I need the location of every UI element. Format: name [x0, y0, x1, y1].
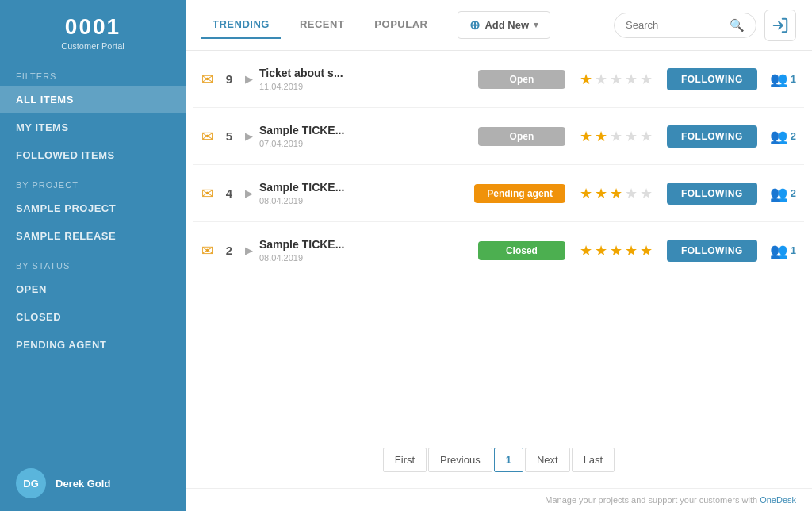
sidebar-logo: 0001 Customer Portal	[0, 0, 186, 59]
logo-number: 0001	[16, 14, 170, 40]
ticket-title: Sample TICKE...	[259, 181, 386, 194]
star-filled-icon[interactable]: ★	[595, 242, 607, 259]
ticket-expand-arrow[interactable]: ▶	[245, 244, 253, 256]
ticket-stars: ★★★★★	[580, 185, 653, 202]
pagination-btn-first[interactable]: First	[383, 448, 427, 472]
followers-count: 1	[791, 73, 796, 85]
sidebar-item-closed[interactable]: CLOSED	[0, 303, 186, 331]
ticket-expand-arrow[interactable]: ▶	[245, 73, 253, 85]
search-icon: 🔍	[730, 18, 745, 33]
sidebar: 0001 Customer Portal Filters ALL ITEMS M…	[0, 0, 186, 511]
star-filled-icon[interactable]: ★	[610, 185, 622, 202]
ticket-date: 08.04.2019	[259, 253, 386, 263]
ticket-tag-icon: ✉	[201, 242, 213, 259]
ticket-date: 11.04.2019	[259, 82, 386, 91]
following-button[interactable]: FOLLOWING	[667, 68, 757, 90]
by-project-label: By project	[0, 169, 186, 194]
ticket-info: Sample TICKE...08.04.2019	[259, 238, 386, 263]
sidebar-item-followed-items[interactable]: FOLLOWED ITEMS	[0, 141, 186, 169]
star-filled-icon[interactable]: ★	[580, 242, 592, 259]
followers-icon: 👥	[770, 185, 787, 202]
main-footer: Manage your projects and support your cu…	[186, 488, 812, 511]
avatar: DG	[16, 468, 46, 498]
search-input[interactable]	[626, 19, 723, 31]
pagination-btn-last[interactable]: Last	[572, 448, 615, 472]
ticket-date: 08.04.2019	[259, 196, 386, 206]
sidebar-item-sample-project[interactable]: SAMPLE PROJECT	[0, 194, 186, 222]
add-new-label: Add New	[485, 19, 529, 31]
ticket-stars: ★★★★★	[580, 128, 653, 145]
tab-popular[interactable]: POPULAR	[363, 12, 439, 39]
filters-label: Filters	[0, 59, 186, 86]
onedesk-link[interactable]: OneDesk	[760, 495, 796, 505]
tab-trending[interactable]: TRENDING	[201, 12, 281, 39]
login-button[interactable]	[764, 10, 796, 41]
ticket-followers: 👥1	[770, 71, 796, 88]
ticket-expand-arrow[interactable]: ▶	[245, 187, 253, 199]
plus-icon: ⊕	[469, 17, 480, 33]
following-button[interactable]: FOLLOWING	[667, 182, 757, 205]
sidebar-item-all-items[interactable]: ALL ITEMS	[0, 86, 186, 113]
following-button[interactable]: FOLLOWING	[667, 125, 757, 148]
star-filled-icon[interactable]: ★	[580, 185, 592, 202]
star-filled-icon[interactable]: ★	[610, 242, 622, 259]
star-empty-icon[interactable]: ★	[640, 71, 653, 88]
following-button[interactable]: FOLLOWING	[667, 240, 757, 262]
ticket-info: Sample TICKE...07.04.2019	[259, 124, 386, 148]
followers-icon: 👥	[770, 242, 787, 259]
followers-icon: 👥	[770, 128, 787, 145]
ticket-status-badge: Open	[478, 127, 565, 146]
star-filled-icon[interactable]: ★	[640, 242, 653, 259]
star-filled-icon[interactable]: ★	[580, 128, 592, 145]
star-empty-icon[interactable]: ★	[640, 185, 653, 202]
ticket-row[interactable]: ✉4▶Sample TICKE...08.04.2019Pending agen…	[193, 165, 804, 222]
main-panel: TRENDING RECENT POPULAR ⊕ Add New ▾ 🔍 ✉9…	[186, 0, 812, 511]
star-filled-icon[interactable]: ★	[595, 185, 607, 202]
star-empty-icon[interactable]: ★	[625, 185, 638, 202]
star-filled-icon[interactable]: ★	[580, 71, 592, 88]
ticket-info: Sample TICKE...08.04.2019	[259, 181, 386, 206]
ticket-followers: 👥2	[770, 128, 796, 145]
tab-recent[interactable]: RECENT	[289, 12, 355, 39]
ticket-status-badge: Open	[478, 70, 565, 89]
ticket-number: 9	[220, 72, 239, 86]
followers-count: 2	[791, 187, 796, 199]
ticket-status-badge: Pending agent	[474, 184, 565, 203]
ticket-stars: ★★★★★	[580, 71, 653, 88]
followers-count: 2	[791, 130, 796, 142]
sidebar-item-open[interactable]: OPEN	[0, 275, 186, 303]
star-empty-icon[interactable]: ★	[595, 71, 607, 88]
star-empty-icon[interactable]: ★	[625, 71, 638, 88]
pagination-btn-page-1[interactable]: 1	[494, 448, 523, 472]
chevron-down-icon: ▾	[534, 20, 538, 30]
sidebar-item-pending-agent[interactable]: PENDING AGENT	[0, 331, 186, 359]
sidebar-item-my-items[interactable]: MY ITEMS	[0, 113, 186, 141]
ticket-stars: ★★★★★	[580, 242, 653, 259]
ticket-followers: 👥1	[770, 242, 796, 259]
ticket-row[interactable]: ✉9▶Ticket about s...11.04.2019Open★★★★★F…	[193, 51, 804, 108]
pagination-btn-next[interactable]: Next	[525, 448, 570, 472]
ticket-list: ✉9▶Ticket about s...11.04.2019Open★★★★★F…	[186, 51, 812, 432]
logo-subtitle: Customer Portal	[16, 41, 170, 51]
ticket-expand-arrow[interactable]: ▶	[245, 130, 253, 142]
star-empty-icon[interactable]: ★	[625, 128, 638, 145]
ticket-status-badge: Closed	[478, 241, 565, 260]
star-filled-icon[interactable]: ★	[625, 242, 638, 259]
star-filled-icon[interactable]: ★	[595, 128, 607, 145]
ticket-title: Sample TICKE...	[259, 124, 386, 136]
sidebar-footer: DG Derek Gold	[0, 455, 186, 511]
sidebar-item-sample-release[interactable]: SAMPLE RELEASE	[0, 222, 186, 250]
by-status-label: By status	[0, 250, 186, 275]
star-empty-icon[interactable]: ★	[640, 128, 653, 145]
search-box: 🔍	[614, 13, 756, 38]
ticket-date: 07.04.2019	[259, 139, 386, 148]
ticket-row[interactable]: ✉5▶Sample TICKE...07.04.2019Open★★★★★FOL…	[193, 108, 804, 165]
ticket-row[interactable]: ✉2▶Sample TICKE...08.04.2019Closed★★★★★F…	[193, 222, 804, 279]
pagination-btn-previous[interactable]: Previous	[428, 448, 492, 472]
ticket-title: Ticket about s...	[259, 67, 386, 79]
ticket-number: 4	[220, 186, 239, 200]
star-empty-icon[interactable]: ★	[610, 71, 622, 88]
add-new-button[interactable]: ⊕ Add New ▾	[458, 11, 550, 39]
star-empty-icon[interactable]: ★	[610, 128, 622, 145]
topbar: TRENDING RECENT POPULAR ⊕ Add New ▾ 🔍	[186, 0, 812, 51]
